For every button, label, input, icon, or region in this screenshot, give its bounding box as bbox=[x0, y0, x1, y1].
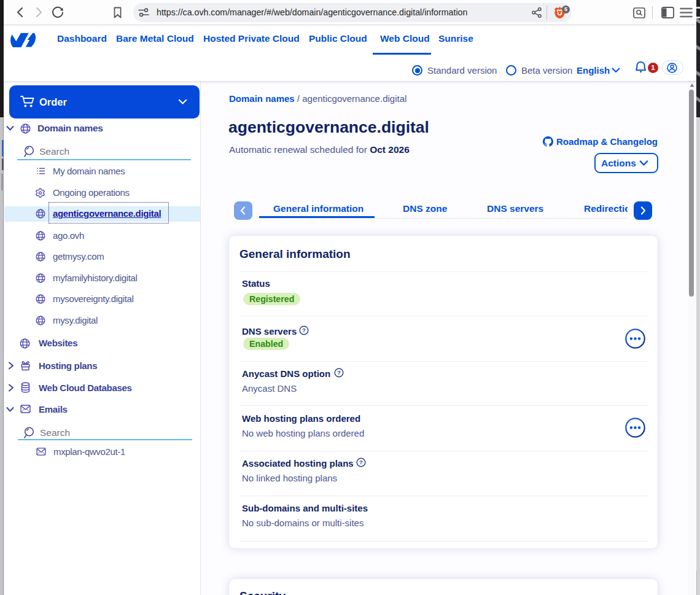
svg-text:?: ? bbox=[337, 369, 341, 376]
svg-text:?: ? bbox=[359, 459, 363, 465]
svg-text:?: ? bbox=[302, 327, 306, 333]
